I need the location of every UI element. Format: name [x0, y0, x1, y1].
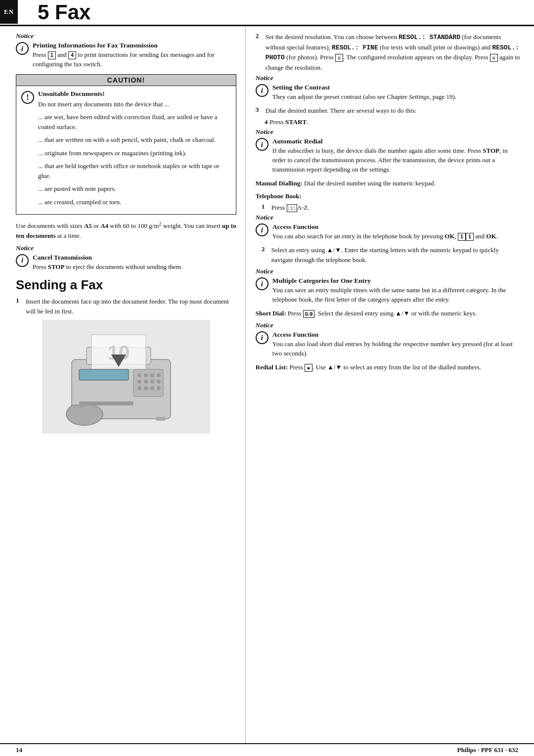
step-3-num: 3	[256, 106, 263, 114]
notice-label-1: Notice	[16, 32, 236, 40]
footer-model: Philips · PPF 631 · 632	[457, 746, 518, 754]
svg-rect-6	[79, 369, 129, 380]
svg-rect-20	[79, 401, 134, 405]
step-1-text: Insert the documents face up into the do…	[26, 297, 236, 316]
notice-label-contrast: Notice	[256, 74, 520, 82]
notice-access2: i Access Function You can also load shor…	[256, 331, 520, 358]
info-icon-2: i	[16, 254, 29, 267]
tel-step-1-num: 1	[262, 203, 268, 211]
caution-item-5: ... are pasted with note papers.	[38, 184, 231, 194]
caution-item-6: ... are creased, crumpled or torn.	[38, 197, 231, 207]
caution-box: CAUTION! ! Unsuitable Documents! Do not …	[16, 74, 236, 215]
svg-point-16	[137, 386, 141, 390]
caution-item-0: Do not insert any documents into the dev…	[38, 99, 231, 109]
notice-cancel: i Cancel Transmission Press STOP to ejec…	[16, 254, 236, 272]
key-1: 1	[48, 51, 56, 59]
caution-body: ! Unsuitable Documents! Do not insert an…	[16, 86, 236, 215]
notice-multiple-title: Multiple Categories for One Entry	[272, 277, 520, 285]
notice-printing-content: Printing Informations for Fax Transmissi…	[33, 42, 236, 69]
notice-label-access1: Notice	[256, 214, 520, 222]
notice-label-access2: Notice	[256, 321, 520, 329]
key-0-9: 0-9	[303, 310, 315, 318]
notice-access1-content: Access Function You can also search for …	[272, 223, 520, 241]
notice-contrast-text: They can adjust the preset contrast (als…	[272, 92, 520, 102]
tel-step-2: 2 Select an entry using ▲/▼. Enter the s…	[262, 245, 520, 265]
caution-list: Do not insert any documents into the dev…	[38, 99, 231, 207]
notice-access2-text: You can also load short dial entries by …	[272, 340, 520, 358]
svg-rect-22	[156, 417, 166, 421]
fax-machine-image: 10	[42, 320, 210, 434]
info-icon-access2: i	[256, 331, 268, 344]
caution-content: Unsuitable Documents! Do not insert any …	[38, 90, 231, 211]
manual-dialling-text: Manual Dialling: Dial the desired number…	[256, 178, 520, 188]
info-icon-1: i	[16, 42, 29, 55]
redial-text: Redial List: Press ●. Use ▲/▼ to select …	[256, 362, 520, 372]
step-4: 4 Press START.	[265, 118, 520, 126]
key-menu2: ≡	[490, 54, 498, 62]
svg-point-13	[144, 380, 148, 384]
step-4-label: 4	[265, 118, 268, 126]
footer: 14 Philips · PPF 631 · 632	[0, 743, 534, 756]
chapter-heading: 5 Fax	[24, 0, 534, 24]
notice-access1-title: Access Function	[272, 223, 520, 231]
telephone-book-label: Telephone Book:	[256, 191, 520, 201]
caution-item-4: ... that are held together with office o…	[38, 161, 231, 180]
step-2: 2 Set the desired resolution. You can ch…	[256, 32, 520, 72]
caution-header: CAUTION!	[16, 75, 236, 86]
tel-step-1-text: Press □□A-Z.	[271, 203, 520, 213]
notice-access1: i Access Function You can also search fo…	[256, 223, 520, 241]
notice-cancel-content: Cancel Transmission Press STOP to eject …	[33, 254, 236, 272]
key-az: □□	[287, 204, 297, 212]
svg-rect-21	[77, 417, 87, 421]
svg-point-14	[150, 380, 154, 384]
key-4: 4	[68, 51, 76, 59]
notice-access2-title: Access Function	[272, 331, 520, 339]
info-icon-multiple: i	[256, 277, 268, 290]
caution-title: Unsuitable Documents!	[38, 90, 231, 98]
notice-label-multiple: Notice	[256, 267, 520, 275]
step-2-num: 2	[256, 32, 263, 40]
key-11a: 1	[458, 233, 466, 241]
svg-point-9	[144, 373, 148, 377]
notice-autoredial-title: Automatic Redial	[272, 137, 520, 145]
tel-step-2-num: 2	[262, 245, 268, 253]
svg-point-11	[157, 373, 161, 377]
notice-cancel-text: Press STOP to eject the documents withou…	[33, 263, 236, 272]
step-4-text: Press START.	[269, 118, 309, 126]
caution-item-2: ... that are written on with a soft penc…	[38, 135, 231, 145]
tel-step-1: 1 Press □□A-Z.	[262, 203, 520, 213]
key-redial: ●	[305, 364, 312, 372]
notice-contrast-content: Setting the Contrast They can adjust the…	[272, 84, 520, 102]
step-3: 3 Dial the desired number. There are sev…	[256, 106, 520, 116]
svg-point-12	[137, 380, 141, 384]
notice-label-2: Notice	[16, 244, 236, 252]
info-icon-access1: i	[256, 223, 268, 236]
notice-printing-info: i Printing Informations for Fax Transmis…	[16, 42, 236, 69]
caution-icon: !	[21, 91, 34, 104]
tel-step-2-text: Select an entry using ▲/▼. Enter the sta…	[271, 245, 520, 265]
right-column: 2 Set the desired resolution. You can ch…	[246, 26, 534, 743]
step-1-num: 1	[16, 297, 23, 305]
notice-access1-text: You can also search for an entry in the …	[272, 232, 520, 241]
info-icon-autoredial: i	[256, 138, 268, 151]
caution-item-1: ... are wet, have been edited with corre…	[38, 112, 231, 132]
svg-point-19	[157, 386, 161, 390]
notice-cancel-title: Cancel Transmission	[33, 254, 236, 262]
svg-point-17	[144, 386, 148, 390]
notice-multiple: i Multiple Categories for One Entry You …	[256, 277, 520, 305]
notice-multiple-content: Multiple Categories for One Entry You ca…	[272, 277, 520, 305]
info-icon-contrast: i	[256, 84, 268, 97]
notice-printing-text: Press 1 and 4 to print instructions for …	[33, 50, 236, 69]
notice-autoredial: i Automatic Redial If the subscriber is …	[256, 137, 520, 175]
caution-item-3: ... originate from newspapers or magazin…	[38, 148, 231, 158]
svg-point-15	[157, 380, 161, 384]
short-dial-text: Short Dial: Press 0-9. Select the desire…	[256, 309, 520, 318]
step-2-text: Set the desired resolution. You can choo…	[266, 32, 520, 72]
footer-page-number: 14	[16, 746, 22, 754]
notice-autoredial-text: If the subscriber is busy, the device di…	[272, 146, 520, 175]
notice-multiple-text: You can save an entry multiple times wit…	[272, 286, 520, 305]
document-size-text: Use documents with sizes A5 or A4 with 6…	[16, 220, 236, 240]
left-column: Notice i Printing Informations for Fax T…	[0, 26, 246, 743]
svg-point-8	[137, 373, 141, 377]
step-1: 1 Insert the documents face up into the …	[16, 297, 236, 316]
